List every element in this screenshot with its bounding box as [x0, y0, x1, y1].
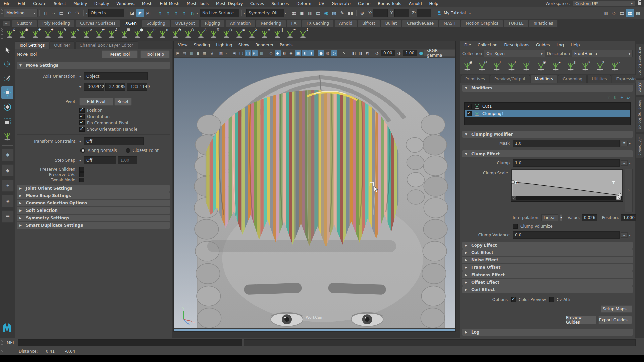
safe-action-icon[interactable]: ◰ — [252, 50, 258, 56]
viewport-menu-item[interactable]: Renderer — [252, 43, 277, 47]
tool-help-button[interactable]: Tool Help — [140, 50, 170, 58]
modifier-enabled-checkbox[interactable] — [467, 104, 472, 109]
paste-guides-icon[interactable]: » — [80, 28, 92, 40]
outline-widget-icon[interactable]: ☰ — [2, 210, 14, 223]
map-menu-icon[interactable]: ▾ — [629, 233, 631, 237]
pan-zoom-icon[interactable]: ◲ — [208, 50, 214, 56]
panel-tab[interactable]: Channel Box / Layer Editor — [75, 41, 138, 49]
curves-to-guides-icon[interactable]: ∪ — [144, 28, 156, 40]
add-guides-icon[interactable]: + — [42, 28, 54, 40]
dock-tab[interactable]: XGen — [636, 79, 644, 96]
camera-attrs-icon[interactable]: ▥ — [188, 50, 194, 56]
xgen-preview-refresh-icon[interactable]: ◉ — [462, 61, 472, 72]
rotate-tool[interactable] — [2, 101, 13, 113]
paste-pose-icon[interactable]: ◨ — [358, 50, 364, 56]
command-input[interactable] — [18, 339, 242, 346]
modifier-list-item[interactable]: Cut1 — [465, 103, 630, 110]
checkbox-row[interactable]: Show Orientation Handle — [79, 127, 172, 132]
xgen-menu-item[interactable]: Guides — [533, 43, 553, 47]
viewport-canvas[interactable]: y x z WorkCam — [174, 57, 455, 329]
shelf-menu-icon[interactable]: ≡ — [3, 21, 10, 26]
xgen-preview-icon[interactable]: ◉ — [17, 28, 28, 40]
textured-icon[interactable]: ◐ — [281, 50, 287, 56]
ramp-right-marker[interactable]: T — [612, 180, 615, 185]
checkbox-row[interactable]: Preserve Children: — [15, 167, 172, 172]
map-menu-icon[interactable]: ▾ — [629, 142, 631, 145]
xgen-preview-hide-icon[interactable]: ∅ — [477, 61, 487, 72]
workspace-selector[interactable]: Custom UI*▾ — [573, 1, 635, 7]
snap-curve-icon[interactable]: ∩ — [164, 9, 172, 17]
modifier-enabled-checkbox[interactable] — [467, 111, 472, 116]
shelf-tab[interactable]: TURTLE — [504, 20, 528, 27]
clump-scale-ramp[interactable]: R T — [511, 169, 623, 202]
toggle-mesh-icon[interactable]: ◇ — [221, 28, 232, 40]
xgen-lock-guides-icon[interactable]: ▪ — [551, 61, 561, 72]
selection-history-combo[interactable]: Objects — [88, 9, 124, 17]
setup-maps-button[interactable]: Setup Maps... — [601, 305, 632, 313]
mirror-guides-icon[interactable]: ↔ — [93, 28, 105, 40]
dock-tab[interactable]: Attribute Editor — [636, 44, 644, 78]
character-controls-toggle-icon[interactable]: ◇ — [610, 9, 618, 17]
effect-section-header[interactable]: Cut Effect — [462, 249, 633, 256]
guide-density-icon[interactable]: ▦ — [119, 28, 130, 40]
shelf-tab[interactable]: Sculpting — [142, 20, 170, 27]
log-section-header[interactable]: Log — [462, 329, 633, 336]
menu-item[interactable]: Arnold — [405, 0, 426, 7]
grid-icon[interactable]: ▦ — [218, 50, 224, 56]
splitter-handle[interactable] — [514, 128, 581, 128]
viewport-menu-item[interactable]: Shading — [191, 43, 213, 47]
checkbox[interactable] — [79, 172, 84, 177]
clump-volumize-row[interactable]: Clump Volumize — [513, 224, 635, 229]
map-menu-icon[interactable]: ▾ — [629, 161, 631, 165]
menu-item[interactable]: Mesh Tools — [183, 0, 212, 7]
checkbox-row[interactable]: Pin Component Pivot — [79, 120, 172, 125]
export-guides-button[interactable]: Export Guides... — [598, 316, 632, 324]
create-description-icon[interactable]: + — [30, 28, 41, 40]
shelf-tab[interactable]: XGen — [121, 20, 141, 27]
render-frame-icon[interactable]: ▣ — [298, 9, 306, 17]
snap-widget-icon[interactable]: ◈ — [2, 195, 14, 207]
undo-icon[interactable]: ↶ — [65, 9, 73, 17]
snap-point-icon[interactable]: ∩ — [172, 9, 180, 17]
collapsed-section-header[interactable]: Common Selection Options — [17, 200, 170, 206]
effect-section-header[interactable]: Flatness Effect — [462, 272, 633, 278]
radio-row[interactable]: Closest Point — [126, 148, 159, 153]
ramp-position-field[interactable]: 1.000 — [621, 214, 636, 221]
collapsed-section-header[interactable]: Move Snap Settings — [17, 192, 170, 199]
groom-smooth-icon[interactable]: ~ — [284, 28, 296, 40]
rebuild-guides-icon[interactable]: ↺ — [106, 28, 117, 40]
snap-projected-center-icon[interactable]: ∩ — [180, 9, 188, 17]
bake-guides-icon[interactable]: ● — [131, 28, 143, 40]
xray-icon[interactable]: ◍ — [325, 50, 331, 56]
checkbox-row[interactable]: Tweak Mode: — [15, 178, 172, 182]
lasso-select-tool[interactable] — [2, 58, 13, 70]
shelf-tab[interactable]: Animation — [225, 20, 255, 27]
modifier-folder-icon[interactable]: ▱ — [627, 95, 630, 100]
viewport-menu-item[interactable]: Lighting — [213, 43, 235, 47]
select-tool[interactable] — [2, 44, 13, 56]
xgen-menu-item[interactable]: Descriptions — [501, 43, 533, 47]
pause-viewport-icon[interactable]: ▮▮ — [346, 9, 355, 17]
symmetry-field[interactable]: Symmetry: Off — [246, 9, 284, 17]
xgen-menu-item[interactable]: Log — [553, 43, 567, 47]
groom-noise-icon[interactable]: ∗ — [259, 28, 270, 40]
edit-pivot-button[interactable]: Edit Pivot — [79, 98, 113, 106]
effect-section-header[interactable]: Offset Effect — [462, 279, 633, 286]
xgen-tab[interactable]: Grooming — [558, 75, 587, 83]
light-editor-icon[interactable]: ✎ — [338, 9, 346, 17]
mask-field[interactable]: 1.0 — [513, 140, 620, 147]
clear-preview-icon[interactable]: ○ — [182, 28, 194, 40]
xgen-tab[interactable]: Utilities — [587, 75, 611, 83]
xgen-menu-item[interactable]: Help — [567, 43, 583, 47]
ramp-expand-button[interactable]: › — [625, 169, 633, 212]
export-patches-icon[interactable]: △ — [195, 28, 207, 40]
select-hierarchy-icon[interactable]: ◪ — [128, 9, 136, 17]
menu-item[interactable]: Modify — [70, 0, 91, 7]
menu-item[interactable]: UV — [315, 0, 328, 7]
xgen-export-selection-icon[interactable]: ↓ — [506, 61, 517, 72]
safe-title-icon[interactable]: ▥ — [258, 50, 264, 56]
gate-mask-icon[interactable]: ▢ — [238, 50, 244, 56]
coordinate-snap-icon[interactable]: ⊕ — [358, 9, 366, 17]
ipr-render-icon[interactable]: ▥ — [306, 9, 314, 17]
expand-chevron-icon[interactable] — [284, 10, 286, 16]
